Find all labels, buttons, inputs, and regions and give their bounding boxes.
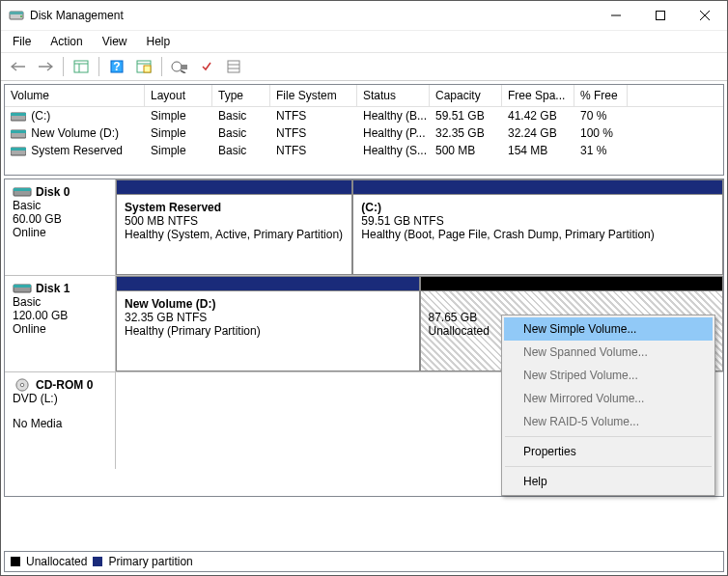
cell-type: Basic	[212, 108, 270, 123]
cell-status: Healthy (S...	[357, 143, 430, 158]
disk-type: Basic	[13, 295, 107, 309]
titlebar: Disk Management	[1, 1, 727, 31]
cdrom-icon	[13, 378, 32, 392]
cell-status: Healthy (P...	[357, 125, 430, 141]
column-volume[interactable]: Volume	[5, 85, 145, 106]
partition-name: System Reserved	[125, 201, 344, 214]
menu-item: New Mirrored Volume...	[504, 387, 713, 410]
disk-size: 60.00 GB	[13, 212, 107, 226]
disk-state: Online	[13, 226, 107, 239]
table-row[interactable]: New Volume (D:)SimpleBasicNTFSHealthy (P…	[5, 124, 723, 142]
partition[interactable]: System Reserved 500 MB NTFS Healthy (Sys…	[116, 195, 352, 275]
disk-info[interactable]: Disk 1 Basic 120.00 GB Online	[5, 276, 116, 371]
partition-health: Healthy (Boot, Page File, Crash Dump, Pr…	[361, 228, 714, 241]
svg-point-32	[20, 383, 24, 387]
volume-icon	[11, 128, 26, 140]
context-menu: New Simple Volume...New Spanned Volume..…	[501, 315, 715, 496]
disk-type: Basic	[13, 199, 107, 212]
svg-rect-18	[228, 61, 239, 72]
cell-capacity: 500 MB	[430, 143, 502, 158]
refresh-button[interactable]	[132, 55, 155, 78]
svg-rect-7	[74, 61, 88, 72]
svg-rect-28	[14, 188, 31, 191]
legend-unallocated: Unallocated	[26, 555, 87, 568]
partition-subtitle: 32.35 GB NTFS	[125, 311, 411, 324]
column-pctfree[interactable]: % Free	[574, 85, 628, 106]
legend-primary: Primary partition	[108, 555, 192, 568]
cell-layout: Simple	[145, 143, 212, 158]
cell-capacity: 59.51 GB	[430, 108, 502, 123]
menu-item: New Spanned Volume...	[504, 341, 713, 364]
menu-properties[interactable]: Properties	[504, 440, 713, 463]
swatch-unallocated	[11, 557, 20, 566]
table-row[interactable]: System ReservedSimpleBasicNTFSHealthy (S…	[5, 142, 723, 159]
menu-help[interactable]: Help	[504, 470, 713, 493]
partition-health: Healthy (System, Active, Primary Partiti…	[125, 228, 344, 241]
disk-name: CD-ROM 0	[36, 378, 93, 392]
menu-view[interactable]: View	[95, 33, 135, 50]
cell-type: Basic	[212, 125, 270, 141]
partition-subtitle: 500 MB NTFS	[125, 214, 344, 228]
menu-help[interactable]: Help	[139, 33, 179, 50]
column-layout[interactable]: Layout	[145, 85, 212, 106]
cell-capacity: 32.35 GB	[430, 125, 502, 141]
svg-rect-14	[144, 66, 151, 72]
cell-volume: System Reserved	[5, 143, 145, 158]
svg-rect-30	[14, 285, 31, 288]
legend: Unallocated Primary partition	[4, 551, 724, 572]
cell-volume: New Volume (D:)	[5, 125, 145, 141]
close-button[interactable]	[683, 1, 727, 30]
table-row[interactable]: (C:)SimpleBasicNTFSHealthy (B...59.51 GB…	[5, 107, 723, 124]
svg-text:?: ?	[113, 60, 120, 73]
volume-icon	[11, 146, 26, 157]
column-filesystem[interactable]: File System	[270, 85, 357, 106]
action-button[interactable]	[195, 55, 218, 78]
show-hide-console-button[interactable]	[70, 55, 93, 78]
partition[interactable]: (C:) 59.51 GB NTFS Healthy (Boot, Page F…	[352, 195, 723, 275]
cell-fs: NTFS	[270, 125, 357, 141]
svg-rect-17	[181, 65, 187, 69]
menubar: File Action View Help	[1, 31, 727, 52]
list-button[interactable]	[222, 55, 245, 78]
disk-info[interactable]: Disk 0 Basic 60.00 GB Online	[5, 179, 116, 275]
app-icon	[9, 8, 24, 23]
menu-item[interactable]: New Simple Volume...	[504, 317, 713, 341]
minimize-button[interactable]	[594, 1, 638, 30]
disk-icon	[13, 185, 32, 199]
forward-button[interactable]	[34, 55, 57, 78]
partition[interactable]: New Volume (D:) 32.35 GB NTFS Healthy (P…	[116, 291, 420, 371]
cell-free: 32.24 GB	[502, 125, 574, 141]
volume-table: Volume Layout Type File System Status Ca…	[4, 84, 724, 176]
maximize-button[interactable]	[638, 1, 683, 30]
partition-health: Healthy (Primary Partition)	[125, 324, 411, 338]
column-type[interactable]: Type	[212, 85, 270, 106]
back-button[interactable]	[7, 55, 30, 78]
column-freespace[interactable]: Free Spa...	[502, 85, 574, 106]
table-header: Volume Layout Type File System Status Ca…	[5, 85, 723, 107]
cell-pctfree: 100 %	[574, 125, 628, 141]
column-status[interactable]: Status	[357, 85, 430, 106]
svg-point-2	[20, 15, 22, 17]
disk-type: DVD (L:)	[13, 392, 107, 405]
cell-status: Healthy (B...	[357, 108, 430, 123]
help-button[interactable]: ?	[105, 55, 128, 78]
disk-info[interactable]: CD-ROM 0 DVD (L:) No Media	[5, 372, 116, 469]
cell-volume: (C:)	[5, 108, 145, 123]
disk-state: No Media	[13, 417, 107, 430]
cell-free: 154 MB	[502, 143, 574, 158]
menu-item: New RAID-5 Volume...	[504, 410, 713, 433]
column-capacity[interactable]: Capacity	[430, 85, 502, 106]
menu-separator	[505, 466, 712, 467]
disk-name: Disk 0	[36, 185, 70, 199]
partition-name: New Volume (D:)	[125, 297, 411, 311]
menu-file[interactable]: File	[5, 33, 39, 50]
disk-row: Disk 0 Basic 60.00 GB Online System Rese…	[5, 179, 723, 276]
disk-name: Disk 1	[36, 282, 70, 295]
svg-rect-24	[11, 130, 26, 133]
svg-rect-4	[657, 12, 665, 20]
rescan-button[interactable]	[168, 55, 191, 78]
window-title: Disk Management	[30, 9, 594, 22]
disk-size: 120.00 GB	[13, 309, 107, 322]
menu-action[interactable]: Action	[42, 33, 90, 50]
menu-separator	[505, 436, 712, 437]
